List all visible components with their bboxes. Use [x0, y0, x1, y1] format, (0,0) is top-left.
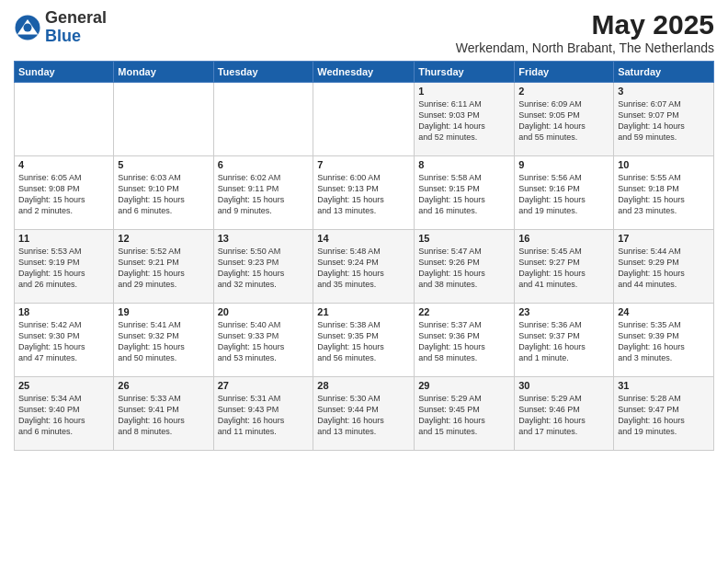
- calendar-cell: 3Sunrise: 6:07 AM Sunset: 9:07 PM Daylig…: [614, 83, 714, 156]
- day-info: Sunrise: 5:55 AM Sunset: 9:18 PM Dayligh…: [618, 172, 710, 217]
- calendar-cell: 31Sunrise: 5:28 AM Sunset: 9:47 PM Dayli…: [614, 377, 714, 451]
- day-info: Sunrise: 5:48 AM Sunset: 9:24 PM Dayligh…: [317, 246, 410, 291]
- calendar-cell: 2Sunrise: 6:09 AM Sunset: 9:05 PM Daylig…: [515, 83, 614, 156]
- day-info: Sunrise: 5:56 AM Sunset: 9:16 PM Dayligh…: [518, 172, 609, 217]
- day-number: 28: [317, 380, 410, 391]
- day-info: Sunrise: 5:29 AM Sunset: 9:45 PM Dayligh…: [418, 393, 510, 438]
- calendar-table: Sunday Monday Tuesday Wednesday Thursday…: [14, 61, 714, 451]
- day-info: Sunrise: 5:52 AM Sunset: 9:21 PM Dayligh…: [118, 246, 209, 291]
- day-info: Sunrise: 5:36 AM Sunset: 9:37 PM Dayligh…: [518, 319, 609, 364]
- day-number: 30: [518, 380, 609, 391]
- day-number: 20: [218, 306, 310, 317]
- calendar-cell: 14Sunrise: 5:48 AM Sunset: 9:24 PM Dayli…: [313, 230, 415, 304]
- day-number: 16: [518, 233, 609, 244]
- col-monday: Monday: [114, 62, 213, 83]
- calendar-cell: 21Sunrise: 5:38 AM Sunset: 9:35 PM Dayli…: [313, 304, 415, 377]
- day-number: 6: [218, 159, 310, 170]
- calendar-cell: 27Sunrise: 5:31 AM Sunset: 9:43 PM Dayli…: [213, 377, 313, 451]
- day-number: 3: [618, 86, 710, 97]
- day-info: Sunrise: 6:07 AM Sunset: 9:07 PM Dayligh…: [618, 98, 710, 144]
- calendar-cell: 20Sunrise: 5:40 AM Sunset: 9:33 PM Dayli…: [213, 304, 313, 377]
- calendar-cell: 1Sunrise: 6:11 AM Sunset: 9:03 PM Daylig…: [415, 83, 515, 156]
- logo-general: General: [45, 8, 107, 27]
- day-number: 19: [118, 306, 209, 317]
- day-number: 22: [418, 306, 510, 317]
- calendar-cell: 8Sunrise: 5:58 AM Sunset: 9:15 PM Daylig…: [415, 156, 515, 230]
- day-info: Sunrise: 5:29 AM Sunset: 9:46 PM Dayligh…: [518, 393, 609, 438]
- subtitle: Werkendam, North Brabant, The Netherland…: [456, 40, 714, 55]
- day-info: Sunrise: 6:03 AM Sunset: 9:10 PM Dayligh…: [118, 172, 209, 217]
- day-info: Sunrise: 5:40 AM Sunset: 9:33 PM Dayligh…: [218, 319, 310, 364]
- calendar-cell: [313, 83, 415, 156]
- day-info: Sunrise: 5:41 AM Sunset: 9:32 PM Dayligh…: [118, 319, 209, 364]
- title-area: May 2025 Werkendam, North Brabant, The N…: [456, 9, 714, 55]
- day-info: Sunrise: 5:53 AM Sunset: 9:19 PM Dayligh…: [18, 246, 109, 291]
- calendar-cell: 12Sunrise: 5:52 AM Sunset: 9:21 PM Dayli…: [114, 230, 213, 304]
- calendar-cell: 9Sunrise: 5:56 AM Sunset: 9:16 PM Daylig…: [515, 156, 614, 230]
- day-number: 11: [18, 233, 109, 244]
- month-title: May 2025: [456, 9, 714, 40]
- calendar-cell: 7Sunrise: 6:00 AM Sunset: 9:13 PM Daylig…: [313, 156, 415, 230]
- day-number: 26: [118, 380, 209, 391]
- calendar-cell: 16Sunrise: 5:45 AM Sunset: 9:27 PM Dayli…: [515, 230, 614, 304]
- day-info: Sunrise: 5:47 AM Sunset: 9:26 PM Dayligh…: [418, 246, 510, 291]
- day-info: Sunrise: 5:45 AM Sunset: 9:27 PM Dayligh…: [518, 246, 609, 291]
- day-number: 10: [618, 159, 710, 170]
- day-number: 27: [218, 380, 310, 391]
- day-number: 9: [518, 159, 609, 170]
- day-info: Sunrise: 6:11 AM Sunset: 9:03 PM Dayligh…: [418, 98, 510, 144]
- header: General Blue May 2025 Werkendam, North B…: [14, 9, 714, 55]
- calendar-cell: 6Sunrise: 6:02 AM Sunset: 9:11 PM Daylig…: [213, 156, 313, 230]
- calendar-cell: 24Sunrise: 5:35 AM Sunset: 9:39 PM Dayli…: [614, 304, 714, 377]
- day-info: Sunrise: 5:34 AM Sunset: 9:40 PM Dayligh…: [18, 393, 109, 438]
- calendar-cell: 11Sunrise: 5:53 AM Sunset: 9:19 PM Dayli…: [15, 230, 114, 304]
- day-number: 4: [18, 159, 109, 170]
- calendar-cell: [213, 83, 313, 156]
- calendar-cell: 5Sunrise: 6:03 AM Sunset: 9:10 PM Daylig…: [114, 156, 213, 230]
- day-number: 13: [218, 233, 310, 244]
- day-number: 1: [418, 86, 510, 97]
- calendar-cell: 4Sunrise: 6:05 AM Sunset: 9:08 PM Daylig…: [15, 156, 114, 230]
- calendar-cell: 17Sunrise: 5:44 AM Sunset: 9:29 PM Dayli…: [614, 230, 714, 304]
- calendar-week-2: 4Sunrise: 6:05 AM Sunset: 9:08 PM Daylig…: [15, 156, 714, 230]
- day-number: 5: [118, 159, 209, 170]
- calendar-cell: [114, 83, 213, 156]
- day-number: 12: [118, 233, 209, 244]
- day-number: 2: [518, 86, 609, 97]
- col-thursday: Thursday: [415, 62, 515, 83]
- calendar-cell: 22Sunrise: 5:37 AM Sunset: 9:36 PM Dayli…: [415, 304, 515, 377]
- day-number: 14: [317, 233, 410, 244]
- day-info: Sunrise: 6:00 AM Sunset: 9:13 PM Dayligh…: [317, 172, 410, 217]
- day-number: 7: [317, 159, 410, 170]
- day-info: Sunrise: 5:30 AM Sunset: 9:44 PM Dayligh…: [317, 393, 410, 438]
- calendar-week-4: 18Sunrise: 5:42 AM Sunset: 9:30 PM Dayli…: [15, 304, 714, 377]
- calendar-week-3: 11Sunrise: 5:53 AM Sunset: 9:19 PM Dayli…: [15, 230, 714, 304]
- logo-icon: [14, 14, 41, 41]
- svg-point-2: [24, 23, 32, 31]
- day-info: Sunrise: 5:33 AM Sunset: 9:41 PM Dayligh…: [118, 393, 209, 438]
- day-info: Sunrise: 5:28 AM Sunset: 9:47 PM Dayligh…: [618, 393, 710, 438]
- day-info: Sunrise: 5:42 AM Sunset: 9:30 PM Dayligh…: [18, 319, 109, 364]
- header-row: Sunday Monday Tuesday Wednesday Thursday…: [15, 62, 714, 83]
- day-info: Sunrise: 6:09 AM Sunset: 9:05 PM Dayligh…: [518, 98, 609, 144]
- calendar-cell: 23Sunrise: 5:36 AM Sunset: 9:37 PM Dayli…: [515, 304, 614, 377]
- calendar-cell: [15, 83, 114, 156]
- calendar-cell: 19Sunrise: 5:41 AM Sunset: 9:32 PM Dayli…: [114, 304, 213, 377]
- day-info: Sunrise: 6:02 AM Sunset: 9:11 PM Dayligh…: [218, 172, 310, 217]
- calendar-cell: 30Sunrise: 5:29 AM Sunset: 9:46 PM Dayli…: [515, 377, 614, 451]
- day-number: 15: [418, 233, 510, 244]
- day-number: 25: [18, 380, 109, 391]
- calendar-cell: 29Sunrise: 5:29 AM Sunset: 9:45 PM Dayli…: [415, 377, 515, 451]
- calendar-cell: 15Sunrise: 5:47 AM Sunset: 9:26 PM Dayli…: [415, 230, 515, 304]
- logo-blue: Blue: [45, 27, 81, 45]
- day-number: 24: [618, 306, 710, 317]
- calendar-week-1: 1Sunrise: 6:11 AM Sunset: 9:03 PM Daylig…: [15, 83, 714, 156]
- calendar-header: Sunday Monday Tuesday Wednesday Thursday…: [15, 62, 714, 83]
- day-number: 21: [317, 306, 410, 317]
- logo: General Blue: [14, 9, 107, 46]
- calendar-cell: 28Sunrise: 5:30 AM Sunset: 9:44 PM Dayli…: [313, 377, 415, 451]
- calendar-cell: 10Sunrise: 5:55 AM Sunset: 9:18 PM Dayli…: [614, 156, 714, 230]
- logo-text: General Blue: [45, 9, 107, 46]
- day-info: Sunrise: 5:31 AM Sunset: 9:43 PM Dayligh…: [218, 393, 310, 438]
- day-number: 17: [618, 233, 710, 244]
